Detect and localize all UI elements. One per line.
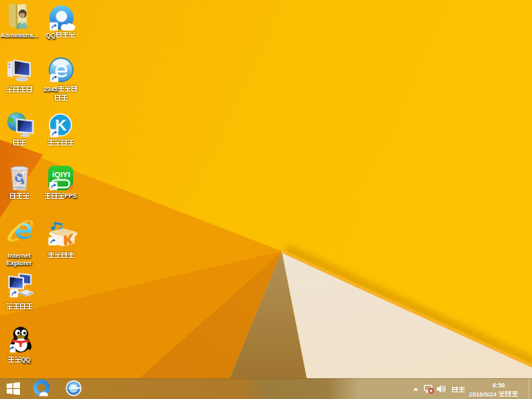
svg-text:iQIYI: iQIYI: [52, 170, 71, 179]
